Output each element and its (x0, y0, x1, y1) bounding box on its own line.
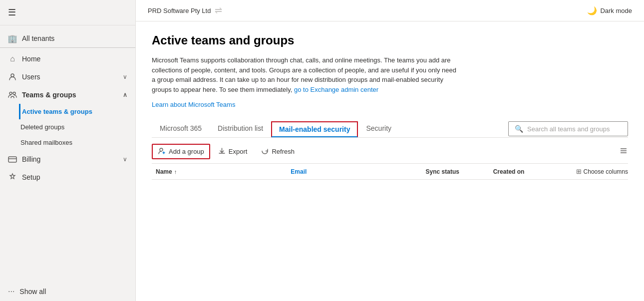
refresh-icon (261, 147, 269, 156)
breadcrumb: PRD Software Pty Ltd ⇌ (148, 5, 222, 16)
table-header-row: Name ↑ Email Sync status Created on ⊞ Ch… (152, 164, 628, 180)
sidebar-item-all-tenants[interactable]: 🏢 All tenants (0, 29, 135, 48)
col-name-label: Name (156, 168, 172, 175)
svg-point-4 (160, 148, 163, 151)
sidebar-item-home[interactable]: ⌂ Home (0, 50, 135, 68)
sidebar-item-teams[interactable]: Teams & groups ∧ (0, 86, 135, 104)
sidebar-item-setup[interactable]: Setup (0, 168, 135, 186)
billing-icon (8, 155, 17, 164)
toolbar: Add a group Export Refresh (152, 138, 628, 164)
page-description: Microsoft Teams supports collaboration t… (152, 55, 461, 94)
tab-security-label: Security (366, 124, 391, 132)
add-group-icon (158, 147, 166, 156)
sidebar: ☰ 🏢 All tenants ⌂ Home Users ∨ Teams & g… (0, 0, 136, 301)
dark-mode-label: Dark mode (600, 7, 632, 14)
exchange-admin-link[interactable]: go to Exchange admin center (294, 86, 378, 93)
column-created-on: Created on (493, 168, 561, 175)
choose-columns-icon: ⊞ (576, 168, 582, 175)
tab-security[interactable]: Security (358, 120, 399, 137)
search-box[interactable]: 🔍 Search all teams and groups (508, 121, 628, 136)
ellipsis-icon: ··· (8, 287, 14, 296)
svg-rect-3 (8, 157, 16, 162)
column-email[interactable]: Email (291, 168, 425, 175)
export-label: Export (229, 148, 248, 155)
export-button[interactable]: Export (212, 144, 254, 159)
sidebar-nav: 🏢 All tenants ⌂ Home Users ∨ Teams & gro… (0, 25, 135, 282)
page-content: Active teams and groups Microsoft Teams … (136, 21, 644, 301)
teams-icon (8, 90, 17, 99)
home-label: Home (22, 55, 40, 63)
top-bar: PRD Software Pty Ltd ⇌ 🌙 Dark mode (136, 0, 644, 21)
column-choose-columns[interactable]: ⊞ Choose columns (561, 168, 628, 175)
teams-label: Teams & groups (22, 91, 76, 99)
all-tenants-label: All tenants (22, 34, 54, 42)
column-sync-status: Sync status (426, 168, 493, 175)
table: Name ↑ Email Sync status Created on ⊞ Ch… (152, 164, 628, 180)
dark-mode-icon: 🌙 (587, 6, 597, 15)
teams-chevron-icon: ∧ (123, 91, 127, 98)
sort-asc-icon: ↑ (174, 169, 177, 175)
sidebar-item-active-teams[interactable]: Active teams & groups (19, 104, 135, 119)
col-email-label: Email (291, 168, 307, 175)
users-chevron-icon: ∨ (123, 73, 127, 80)
breadcrumb-separator: ⇌ (215, 5, 222, 16)
setup-label: Setup (22, 173, 40, 181)
tab-mail-enabled-security[interactable]: Mail-enabled security (271, 121, 358, 137)
svg-point-2 (13, 92, 15, 95)
toolbar-right (619, 146, 628, 157)
column-name[interactable]: Name ↑ (152, 168, 291, 175)
deleted-groups-label: Deleted groups (20, 123, 64, 131)
add-group-button[interactable]: Add a group (152, 144, 210, 159)
page-title: Active teams and groups (152, 33, 628, 47)
building-icon: 🏢 (8, 34, 17, 43)
learn-link[interactable]: Learn about Microsoft Teams (152, 101, 235, 108)
tab-distribution-list[interactable]: Distribution list (210, 120, 271, 137)
sidebar-item-users[interactable]: Users ∨ (0, 68, 135, 86)
refresh-button[interactable]: Refresh (255, 144, 301, 159)
billing-chevron-icon: ∨ (123, 156, 127, 163)
tabs: Microsoft 365 Distribution list Mail-ena… (152, 120, 399, 137)
tab-distribution-list-label: Distribution list (218, 124, 263, 132)
main-content: PRD Software Pty Ltd ⇌ 🌙 Dark mode Activ… (136, 0, 644, 301)
col-sync-label: Sync status (426, 168, 459, 175)
show-all-label: Show all (19, 288, 46, 296)
billing-label: Billing (22, 155, 40, 163)
sidebar-header: ☰ (0, 0, 135, 25)
list-view-icon[interactable] (619, 146, 628, 157)
shared-mailboxes-label: Shared mailboxes (20, 139, 72, 146)
add-group-label: Add a group (169, 148, 204, 155)
col-created-label: Created on (493, 168, 525, 175)
tab-mail-enabled-security-label: Mail-enabled security (279, 125, 350, 133)
svg-point-0 (11, 74, 14, 77)
dark-mode-toggle[interactable]: 🌙 Dark mode (587, 6, 632, 15)
tenant-name: PRD Software Pty Ltd (148, 7, 211, 14)
users-label: Users (22, 73, 40, 81)
tab-microsoft365[interactable]: Microsoft 365 (152, 120, 210, 137)
sidebar-item-shared-mailboxes[interactable]: Shared mailboxes (20, 135, 135, 150)
teams-subnav: Active teams & groups Deleted groups Sha… (0, 104, 135, 150)
refresh-label: Refresh (272, 148, 295, 155)
home-icon: ⌂ (8, 54, 17, 63)
svg-point-1 (9, 92, 12, 95)
users-icon (8, 72, 17, 81)
search-placeholder: Search all teams and groups (527, 125, 610, 133)
search-icon: 🔍 (515, 125, 523, 133)
sidebar-item-deleted-groups[interactable]: Deleted groups (20, 119, 135, 135)
sidebar-item-billing[interactable]: Billing ∨ (0, 150, 135, 168)
hamburger-icon[interactable]: ☰ (8, 7, 16, 18)
setup-icon (8, 173, 17, 182)
show-all-item[interactable]: ··· Show all (0, 282, 135, 301)
active-teams-label: Active teams & groups (22, 108, 92, 115)
col-choose-label: Choose columns (584, 168, 628, 175)
export-icon (218, 147, 226, 156)
tabs-container: Microsoft 365 Distribution list Mail-ena… (152, 120, 628, 138)
tab-microsoft365-label: Microsoft 365 (160, 124, 202, 132)
